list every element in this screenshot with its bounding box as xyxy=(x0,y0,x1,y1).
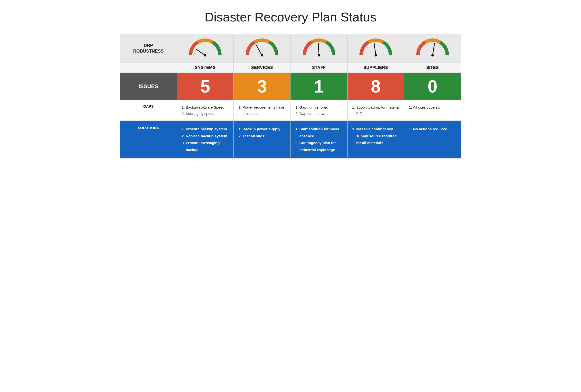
issues-services: 3 xyxy=(234,73,290,100)
svg-line-2 xyxy=(256,44,262,55)
solutions-staff-list: Staff solution for mass absence Continge… xyxy=(294,126,343,153)
list-item: Gap number one. xyxy=(299,104,343,110)
list-item: No actions required. xyxy=(413,126,457,133)
header-services: SERVICES xyxy=(234,63,290,73)
svg-point-9 xyxy=(431,54,434,56)
list-item: Gap number two xyxy=(299,110,343,117)
main-table: DRPROBUSTNESS xyxy=(120,34,461,158)
gauge-suppliers xyxy=(347,34,404,63)
drp-label: DRPROBUSTNESS xyxy=(120,34,177,63)
gaps-systems-list: Backup software Speed. Messaging speed. xyxy=(181,104,230,117)
gaps-suppliers: Supply backup for material F-Z xyxy=(347,100,404,121)
solutions-row: SOLUTIONS Procure backup system Replace … xyxy=(120,121,461,158)
list-item: Staff solution for mass absence xyxy=(299,126,343,139)
drp-robustness-row: DRPROBUSTNESS xyxy=(120,34,461,63)
svg-line-6 xyxy=(374,43,376,55)
solutions-staff: Staff solution for mass absence Continge… xyxy=(290,121,347,158)
svg-line-4 xyxy=(318,43,319,55)
list-item: Procure messaging backup xyxy=(186,139,230,153)
list-item: Power requirements have increased xyxy=(242,104,286,117)
gauge-sites xyxy=(404,34,461,63)
svg-line-0 xyxy=(196,49,205,55)
page-title: Disaster Recovery Plan Status xyxy=(204,10,376,24)
column-headers-row: SYSTEMS SERVICES STAFF SUPPLIERS SITES xyxy=(120,63,461,73)
solutions-suppliers-list: Massive contingency supply source requir… xyxy=(352,126,400,147)
issues-systems: 5 xyxy=(177,73,234,100)
solutions-systems: Procure backup system Replace backup sys… xyxy=(177,121,234,158)
list-item: Messaging speed. xyxy=(186,110,230,117)
solutions-services: Backup power supply Test all sites xyxy=(234,121,290,158)
gaps-staff: Gap number one. Gap number two xyxy=(290,100,347,121)
issues-sites: 0 xyxy=(404,73,461,100)
solutions-systems-list: Procure backup system Replace backup sys… xyxy=(181,126,230,153)
gaps-services: Power requirements have increased xyxy=(234,100,290,121)
gaps-row: GAPS Backup software Speed. Messaging sp… xyxy=(120,100,461,121)
gaps-label: GAPS xyxy=(120,100,177,121)
list-item: Supply backup for material F-Z xyxy=(356,104,400,117)
list-item: All sites covered xyxy=(413,104,457,110)
list-item: Procure backup system xyxy=(186,126,230,133)
issues-row: ISSUES 5 3 1 8 0 xyxy=(120,73,461,100)
list-item: Backup software Speed. xyxy=(186,104,230,110)
solutions-services-list: Backup power supply Test all sites xyxy=(238,126,286,139)
list-item: Massive contingency supply source requir… xyxy=(356,126,400,147)
header-empty xyxy=(120,63,177,73)
gaps-suppliers-list: Supply backup for material F-Z xyxy=(352,104,400,117)
issues-staff: 1 xyxy=(290,73,347,100)
list-item: Contingency plan for industrial espionag… xyxy=(299,139,343,153)
solutions-suppliers: Massive contingency supply source requir… xyxy=(347,121,404,158)
issues-label: ISSUES xyxy=(120,73,177,100)
gaps-services-list: Power requirements have increased xyxy=(238,104,286,117)
list-item: Backup power supply xyxy=(242,126,286,133)
gaps-sites-list: All sites covered xyxy=(408,104,457,110)
gaps-systems: Backup software Speed. Messaging speed. xyxy=(177,100,234,121)
solutions-label: SOLUTIONS xyxy=(120,121,177,158)
list-item: Test all sites xyxy=(242,133,286,140)
list-item: Replace backup system xyxy=(186,133,230,140)
solutions-sites: No actions required. xyxy=(404,121,461,158)
header-staff: STAFF xyxy=(290,63,347,73)
svg-point-5 xyxy=(318,54,320,56)
gaps-staff-list: Gap number one. Gap number two xyxy=(294,104,343,117)
svg-point-7 xyxy=(374,54,377,56)
header-suppliers: SUPPLIERS xyxy=(347,63,404,73)
header-sites: SITES xyxy=(404,63,461,73)
gauge-staff xyxy=(290,34,347,63)
solutions-sites-list: No actions required. xyxy=(408,126,457,133)
svg-point-3 xyxy=(261,54,263,56)
header-systems: SYSTEMS xyxy=(177,63,234,73)
issues-suppliers: 8 xyxy=(347,73,404,100)
gauge-systems xyxy=(177,34,234,63)
svg-line-8 xyxy=(432,43,434,55)
svg-point-1 xyxy=(204,54,206,56)
gauge-services xyxy=(234,34,290,63)
gaps-sites: All sites covered xyxy=(404,100,461,121)
